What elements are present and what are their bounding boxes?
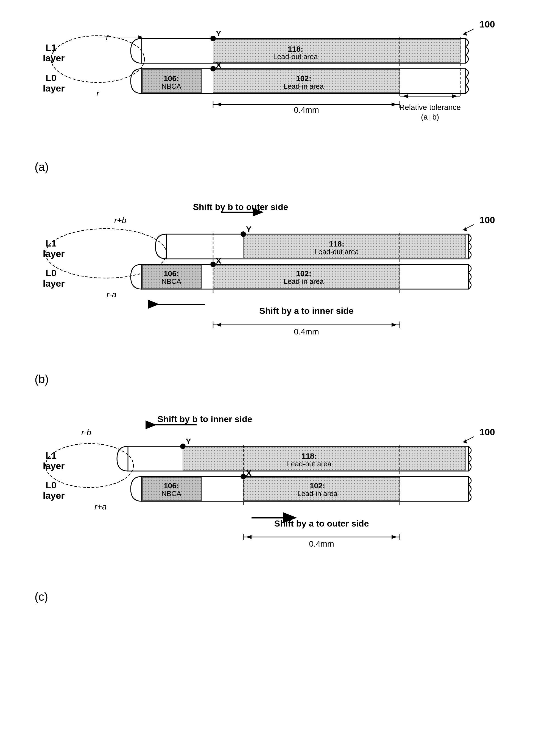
l1-area-label-b: 118: — [329, 240, 344, 248]
l1-label-a: L1 — [46, 42, 56, 53]
diagram-c-svg: Shift by b to inner side 100 r-b 118: Le… — [35, 408, 501, 584]
l1-left-end-a — [131, 38, 142, 63]
l1-layer-c: layer — [43, 461, 65, 471]
y-point-b — [241, 232, 246, 237]
svg-marker-9 — [403, 94, 408, 98]
diagram-b: Shift by b to outer side 100 r+b 118: Le… — [35, 196, 501, 386]
y-label-a: Y — [216, 29, 221, 38]
l1-layer-a: layer — [43, 53, 65, 63]
l0-nbca-sublabel-a: NBCA — [161, 82, 182, 90]
radius-ellipse-a — [51, 36, 145, 83]
diagram-c: Shift by b to inner side 100 r-b 118: Le… — [35, 408, 501, 603]
diagram-label-b: (b) — [35, 373, 501, 386]
r-bottom-label-b: r-a — [107, 290, 117, 299]
y-label-c: Y — [185, 437, 191, 446]
dim-label-a: 0.4mm — [294, 105, 319, 114]
l0-nbca-sublabel-c: NBCA — [161, 489, 182, 498]
l1-label-b: L1 — [46, 238, 56, 248]
x-label-b: X — [216, 256, 221, 265]
y-label-b: Y — [246, 225, 251, 234]
l0-lead-in-sublabel-b: Lead-in area — [284, 277, 324, 286]
l1-label-c: L1 — [46, 450, 56, 461]
diagram-label-a: (a) — [35, 161, 501, 174]
svg-marker-28 — [391, 323, 397, 327]
l0-label-b: L0 — [46, 268, 56, 278]
l1-area-sublabel-a: Lead-out area — [273, 53, 318, 61]
r-bottom-label-a: r — [96, 89, 99, 98]
l1-area-label-a: 118: — [288, 45, 303, 53]
diagram-a-svg: 100 r 118: Lead-out are — [35, 11, 501, 154]
shift-a-inner-label-b: Shift by a to inner side — [259, 306, 353, 316]
l0-layer-c: layer — [43, 490, 65, 501]
l0-lead-in-label-c: 102: — [310, 482, 325, 490]
l0-label-c: L0 — [46, 480, 56, 490]
l1-lead-out-dots-a — [213, 39, 460, 62]
svg-marker-45 — [246, 535, 251, 539]
svg-marker-7 — [391, 102, 397, 106]
dim-label-b: 0.4mm — [294, 327, 319, 336]
shift-a-outer-label-c: Shift by a to outer side — [274, 519, 369, 528]
ref-number-a: 100 — [480, 19, 495, 29]
l0-nbca-label-c: 106: — [164, 482, 179, 490]
l0-lead-in-label-b: 102: — [296, 269, 311, 278]
shift-b-outer-label-b: Shift by b to outer side — [193, 202, 288, 212]
dim-label-c: 0.4mm — [309, 539, 334, 548]
l1-area-label-c: 118: — [302, 452, 317, 460]
r-label-b: r+b — [114, 216, 126, 225]
ref-number-b: 100 — [480, 215, 495, 225]
diagram-a: 100 r 118: Lead-out are — [35, 11, 501, 174]
tolerance-label-a: Relative tolerance — [399, 103, 461, 112]
l0-layer-b: layer — [43, 278, 65, 289]
y-point-c — [180, 444, 185, 449]
shift-b-inner-label-c: Shift by b to inner side — [158, 414, 252, 424]
diagram-label-c: (c) — [35, 590, 501, 603]
page-container: 100 r 118: Lead-out are — [17, 11, 519, 603]
l1-layer-b: layer — [43, 248, 65, 259]
r-label-c: r-b — [81, 428, 91, 437]
l1-area-sublabel-b: Lead-out area — [315, 248, 359, 256]
svg-marker-27 — [216, 323, 221, 327]
x-label-a: X — [216, 60, 221, 70]
svg-marker-6 — [216, 102, 221, 106]
svg-marker-46 — [391, 535, 397, 539]
r-bottom-label-c: r+a — [94, 502, 107, 511]
l0-nbca-label-b: 106: — [164, 269, 179, 278]
x-point-a — [210, 66, 216, 71]
l0-lead-in-sublabel-a: Lead-in area — [284, 82, 324, 90]
ref-number-c: 100 — [480, 427, 495, 437]
l0-left-end-a — [131, 69, 142, 93]
l0-nbca-sublabel-b: NBCA — [161, 277, 182, 286]
tolerance-sub-a: (a+b) — [421, 113, 439, 121]
y-point-a — [210, 36, 216, 41]
l0-nbca-label-a: 106: — [164, 74, 179, 83]
l0-label-a: L0 — [46, 73, 56, 83]
l0-lead-in-label-a: 102: — [296, 74, 311, 83]
diagram-b-svg: Shift by b to outer side 100 r+b 118: Le… — [35, 196, 501, 366]
l1-area-sublabel-c: Lead-out area — [287, 460, 331, 468]
x-label-c: X — [246, 468, 251, 477]
l0-layer-a: layer — [43, 83, 65, 93]
l0-lead-in-sublabel-c: Lead-in area — [297, 489, 338, 498]
svg-marker-10 — [452, 94, 457, 98]
